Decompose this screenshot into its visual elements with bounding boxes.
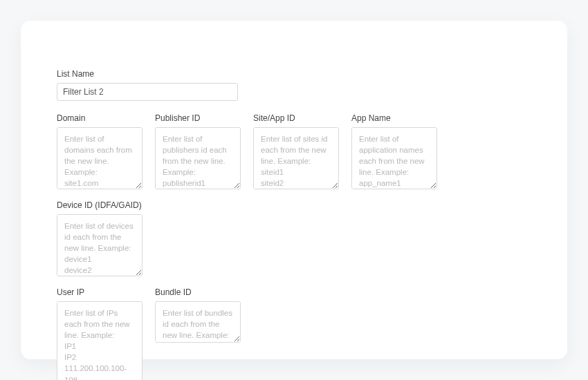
bundle-id-label: Bundle ID [155, 287, 241, 297]
list-name-field-group: List Name [57, 69, 238, 101]
user-ip-field-group: User IP [57, 287, 143, 380]
bundle-id-field-group: Bundle ID [155, 287, 241, 343]
app-name-textarea[interactable] [351, 127, 437, 189]
publisher-id-textarea[interactable] [155, 127, 241, 189]
user-ip-label: User IP [57, 287, 143, 297]
device-id-textarea[interactable] [57, 214, 143, 276]
domain-textarea[interactable] [57, 127, 143, 189]
device-id-field-group: Device ID (IDFA/GAID) [57, 200, 143, 276]
site-app-id-textarea[interactable] [253, 127, 339, 189]
site-app-id-label: Site/App ID [253, 113, 339, 123]
list-name-label: List Name [57, 69, 238, 79]
app-name-field-group: App Name [351, 113, 437, 189]
device-id-label: Device ID (IDFA/GAID) [57, 200, 143, 210]
domain-label: Domain [57, 113, 143, 123]
list-name-input[interactable] [57, 83, 238, 101]
domain-field-group: Domain [57, 113, 143, 189]
filter-list-form: List Name Domain Publisher ID Site/App I… [21, 21, 567, 359]
app-name-label: App Name [351, 113, 437, 123]
bundle-id-textarea[interactable] [155, 301, 241, 343]
site-app-id-field-group: Site/App ID [253, 113, 339, 189]
user-ip-textarea[interactable] [57, 301, 143, 380]
publisher-id-label: Publisher ID [155, 113, 241, 123]
publisher-id-field-group: Publisher ID [155, 113, 241, 189]
